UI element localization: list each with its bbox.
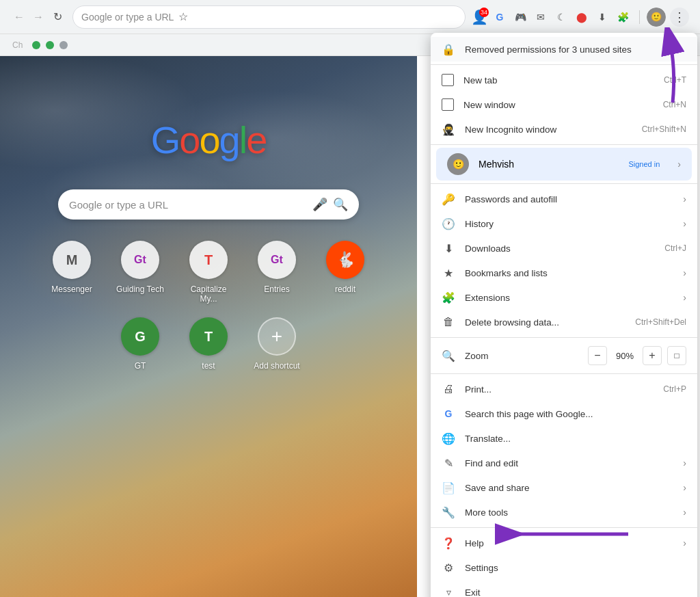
shortcut-test[interactable]: T test <box>181 317 236 371</box>
shortcut-messenger-icon: M <box>53 241 91 279</box>
find-edit-menu-item[interactable]: ✎ Find and edit › <box>431 451 697 475</box>
shortcut-test-label: test <box>202 361 215 371</box>
shortcut-guiding-tech[interactable]: Gt Guiding Tech <box>113 241 167 304</box>
ext-game-icon[interactable]: 🎮 <box>511 8 530 27</box>
back-button[interactable]: ← <box>11 9 27 25</box>
bookmark-dot-2[interactable] <box>46 41 54 49</box>
ext-badge: 34 <box>479 8 489 17</box>
search-page-menu-item[interactable]: G Search this page with Google... <box>431 401 697 426</box>
history-arrow: › <box>683 218 686 229</box>
shortcut-cap-label: Capitalize My... <box>181 284 236 304</box>
ext-puzzle-icon[interactable]: 🧩 <box>613 8 632 27</box>
delete-data-shortcut: Ctrl+Shift+Del <box>635 317 686 327</box>
shortcut-add-icon: + <box>258 317 296 356</box>
ext-download-icon[interactable]: ⬇ <box>593 8 612 27</box>
forward-button[interactable]: → <box>30 9 46 25</box>
history-menu-item[interactable]: 🕐 History › <box>431 211 697 236</box>
shortcut-gt-label: Guiding Tech <box>116 284 164 294</box>
shortcut-gt-icon: Gt <box>121 241 159 279</box>
new-window-menu-item[interactable]: New window Ctrl+N <box>431 92 697 117</box>
find-edit-icon: ✎ <box>442 456 455 470</box>
print-menu-item[interactable]: 🖨 Print... Ctrl+P <box>431 377 697 401</box>
find-edit-label: Find and edit <box>465 458 671 468</box>
bookmark-ch-label: Ch <box>12 40 23 50</box>
ext-profile-icon[interactable]: 👤 34 <box>470 8 489 27</box>
profile-menu-item[interactable]: 🙂 Mehvish Signed in › <box>436 148 692 181</box>
fullscreen-button[interactable]: □ <box>667 346 686 365</box>
ext-g-icon[interactable]: G <box>490 8 509 27</box>
bookmarks-label: Bookmarks and lists <box>465 268 671 278</box>
address-bar[interactable]: Google or type a URL ☆ <box>72 5 466 29</box>
shortcut-entries-label: Entries <box>264 284 289 294</box>
downloads-menu-item[interactable]: ⬇ Downloads Ctrl+J <box>431 236 697 261</box>
zoom-decrease-button[interactable]: − <box>588 346 607 365</box>
divider-after-notification <box>431 64 697 65</box>
bookmarks-menu-item[interactable]: ★ Bookmarks and lists › <box>431 261 697 285</box>
find-edit-arrow: › <box>683 457 686 468</box>
shortcut-reddit-label: reddit <box>335 284 355 294</box>
shortcut-entries-icon: Gt <box>258 241 296 279</box>
passwords-icon: 🔑 <box>442 192 455 206</box>
microphone-icon[interactable]: 🎤 <box>312 197 327 212</box>
incognito-icon: 🥷 <box>442 122 455 136</box>
downloads-shortcut: Ctrl+J <box>664 243 686 253</box>
zoom-icon: 🔍 <box>442 349 455 362</box>
delete-data-menu-item[interactable]: 🗑 Delete browsing data... Ctrl+Shift+Del <box>431 310 697 334</box>
shortcut-gt[interactable]: G GT <box>113 317 167 371</box>
bookmark-dot-3[interactable] <box>59 41 68 49</box>
save-share-menu-item[interactable]: 📄 Save and share › <box>431 475 697 500</box>
shortcut-capitalize[interactable]: T Capitalize My... <box>181 241 236 304</box>
shortcut-reddit[interactable]: 🐇 reddit <box>318 241 373 304</box>
incognito-label: New Incognito window <box>465 124 632 135</box>
passwords-menu-item[interactable]: 🔑 Passwords and autofill › <box>431 187 697 211</box>
delete-data-icon: 🗑 <box>442 315 455 329</box>
search-page-icon: G <box>442 407 455 421</box>
ext-red-icon[interactable]: ⬤ <box>572 8 591 27</box>
history-icon: 🕐 <box>442 217 455 230</box>
bookmark-dot-1[interactable] <box>32 41 40 49</box>
user-avatar[interactable]: 🙂 <box>647 8 666 27</box>
help-arrow: › <box>683 538 686 548</box>
new-window-label: New window <box>463 100 654 110</box>
passwords-label: Passwords and autofill <box>465 194 671 204</box>
bookmarks-arrow: › <box>683 267 686 278</box>
settings-menu-item[interactable]: ⚙ Settings <box>431 555 697 580</box>
translate-menu-item[interactable]: 🌐 Translate... <box>431 426 697 451</box>
zoom-increase-button[interactable]: + <box>643 346 662 365</box>
new-tab-label: New tab <box>463 75 654 85</box>
divider-2 <box>431 183 697 184</box>
shortcut-add[interactable]: + Add shortcut <box>250 317 304 371</box>
zoom-value: 90% <box>612 351 637 361</box>
bookmark-ch[interactable]: Ch <box>8 39 27 51</box>
exit-label: Exit <box>465 587 686 598</box>
bookmarks-icon: ★ <box>442 266 455 280</box>
search-bar[interactable]: Google or type a URL 🎤 🔍 <box>58 189 359 220</box>
more-tools-menu-item[interactable]: 🔧 More tools › <box>431 500 697 525</box>
exit-menu-item[interactable]: ▿ Exit <box>431 580 697 597</box>
extensions-menu-item[interactable]: 🧩 Extensions › <box>431 285 697 310</box>
shortcut-cap-icon: T <box>189 241 228 279</box>
browser-chrome: ← → ↻ Google or type a URL ☆ 👤 34 G 🎮 ✉ … <box>0 0 700 34</box>
ext-mail-icon[interactable]: ✉ <box>531 8 550 27</box>
new-tab-menu-item[interactable]: New tab Ctrl+T <box>431 68 697 92</box>
three-dots-button[interactable]: ⋮ <box>670 8 689 27</box>
ext-moon-icon[interactable]: ☾ <box>552 8 571 27</box>
bookmark-star-icon[interactable]: ☆ <box>174 8 193 27</box>
shortcut-entries[interactable]: Gt Entries <box>250 241 304 304</box>
menu-notification[interactable]: 🔒 Removed permissions for 3 unused sites <box>431 37 697 62</box>
translate-icon: 🌐 <box>442 432 455 445</box>
history-label: History <box>465 219 671 229</box>
shortcut-messenger[interactable]: M Messenger <box>44 241 99 304</box>
lens-icon[interactable]: 🔍 <box>333 197 348 212</box>
shortcuts-area: M Messenger Gt Guiding Tech T Capitalize… <box>44 241 373 371</box>
address-text: Google or type a URL <box>81 12 174 23</box>
toolbar-divider <box>639 10 640 24</box>
extensions-arrow: › <box>683 292 686 303</box>
avatar-circle: 🙂 <box>647 8 666 27</box>
help-menu-item[interactable]: ❓ Help › <box>431 531 697 555</box>
new-tab-icon <box>442 74 454 86</box>
incognito-menu-item[interactable]: 🥷 New Incognito window Ctrl+Shift+N <box>431 117 697 142</box>
profile-name-label: Mehvish <box>479 159 613 170</box>
extensions-icon: 🧩 <box>442 291 455 304</box>
refresh-button[interactable]: ↻ <box>49 9 66 25</box>
